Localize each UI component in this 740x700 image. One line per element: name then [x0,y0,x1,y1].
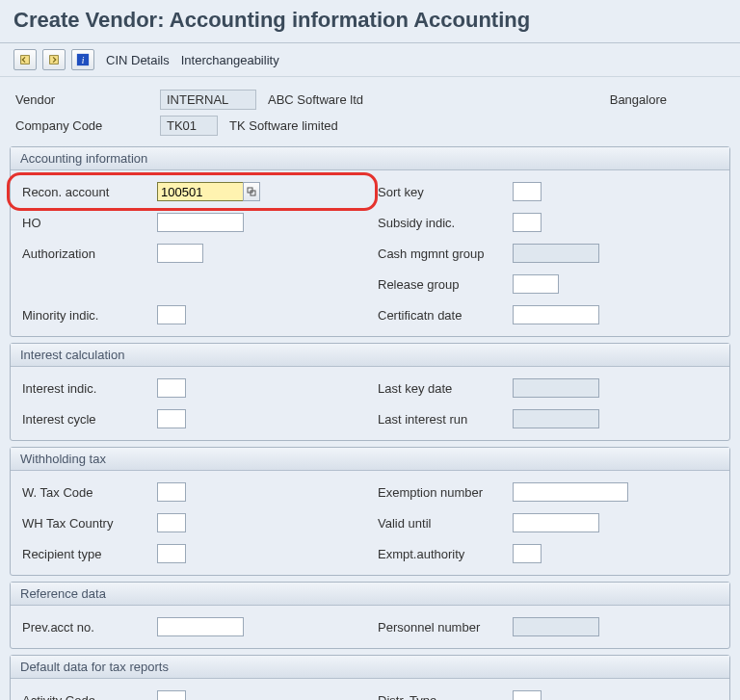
sort-key-label: Sort key [378,185,513,199]
page-title: Create Vendor: Accounting information Ac… [0,0,740,43]
release-group-input[interactable] [513,274,559,294]
minority-indic-input[interactable] [157,305,186,324]
nav-prev-icon[interactable] [13,49,37,70]
exempt-authority-input[interactable] [513,544,542,563]
vendor-label: Vendor [15,92,160,107]
wtax-code-label: W. Tax Code [22,485,157,500]
interchangeability-link[interactable]: Interchangeability [181,53,279,67]
wtax-code-input[interactable] [157,482,186,502]
sort-key-input[interactable] [513,182,542,201]
recipient-type-input[interactable] [157,544,186,563]
release-group-label: Release group [378,277,513,292]
distr-type-label: Distr. Type [378,693,513,701]
last-interest-run-input[interactable] [513,409,599,428]
prev-acct-label: Prev.acct no. [22,620,157,635]
svg-rect-1 [50,56,59,65]
group-title-withholding: Withholding tax [11,448,729,471]
nav-next-icon[interactable] [42,49,66,70]
search-help-icon[interactable] [243,182,260,201]
group-title-accounting: Accounting information [11,147,729,170]
cash-mgmt-label: Cash mgmnt group [378,246,513,261]
group-withholding: Withholding tax W. Tax Code WH Tax Count… [10,447,730,576]
prev-acct-input[interactable] [157,617,244,636]
interest-indic-input[interactable] [157,378,186,398]
authorization-label: Authorization [22,246,157,261]
last-key-date-input[interactable] [513,378,599,398]
wh-tax-country-input[interactable] [157,513,186,532]
company-code-value: TK01 [160,116,218,136]
activity-code-label: Activity Code [22,693,157,701]
recon-account-field: Recon. account [14,176,370,207]
header-block: Vendor INTERNAL ABC Software ltd Bangalo… [0,77,740,141]
distr-type-input[interactable] [513,690,542,700]
recon-account-label: Recon. account [22,185,157,199]
group-title-reference: Reference data [11,583,729,606]
subsidy-indic-label: Subsidy indic. [378,216,513,230]
interest-cycle-label: Interest cycle [22,412,157,427]
interest-indic-label: Interest indic. [22,381,157,396]
subsidy-indic-input[interactable] [513,213,542,232]
minority-indic-label: Minority indic. [22,308,157,323]
company-code-label: Company Code [15,118,160,133]
cin-details-link[interactable]: CIN Details [106,53,170,67]
recipient-type-label: Recipient type [22,547,157,561]
group-accounting-info: Accounting information Recon. account HO… [10,146,730,337]
exempt-authority-label: Exmpt.authority [378,547,513,561]
ho-label: HO [22,216,157,230]
wh-tax-country-label: WH Tax Country [22,516,157,531]
cert-date-input[interactable] [513,305,599,324]
personnel-number-label: Personnel number [378,620,513,635]
valid-until-input[interactable] [513,513,599,532]
personnel-number-input[interactable] [513,617,599,636]
vendor-description: ABC Software ltd [268,92,363,107]
interest-cycle-input[interactable] [157,409,186,428]
vendor-city: Bangalore [610,92,725,107]
ho-input[interactable] [157,213,244,232]
group-tax-reports: Default data for tax reports Activity Co… [10,655,730,700]
exemption-number-label: Exemption number [378,485,513,500]
group-title-interest: Interest calculation [11,344,729,367]
info-icon[interactable]: i [71,49,94,70]
recon-account-input[interactable] [157,182,244,201]
cert-date-label: Certificatn date [378,308,513,323]
group-interest: Interest calculation Interest indic. Int… [10,343,730,441]
vendor-value: INTERNAL [160,90,256,110]
group-title-tax-reports: Default data for tax reports [11,656,729,679]
svg-text:i: i [82,55,85,65]
exemption-number-input[interactable] [513,482,628,502]
cash-mgmt-input[interactable] [513,244,599,263]
group-reference: Reference data Prev.acct no. Personnel n… [10,582,730,649]
company-code-description: TK Software limited [229,118,338,133]
valid-until-label: Valid until [378,516,513,531]
last-interest-run-label: Last interest run [378,412,513,427]
toolbar: i CIN Details Interchangeability [0,43,740,77]
authorization-input[interactable] [157,244,203,263]
last-key-date-label: Last key date [378,381,513,396]
activity-code-input[interactable] [157,690,186,700]
